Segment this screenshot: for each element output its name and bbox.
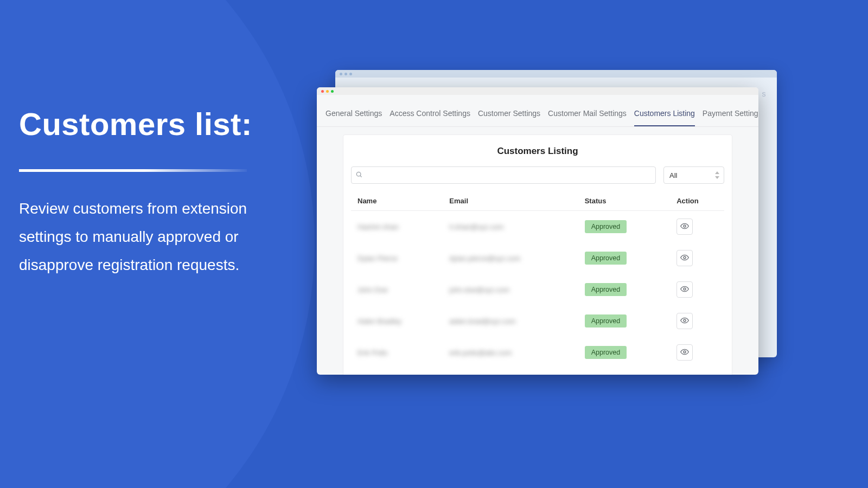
tab-payment-settings[interactable]: Payment Settings xyxy=(703,109,758,126)
window-titlebar xyxy=(317,87,758,95)
customer-name: John Doe xyxy=(358,286,388,294)
back-window-titlebar xyxy=(335,70,777,78)
traffic-light-dot xyxy=(340,73,342,75)
customer-name: Hashim khan xyxy=(358,223,399,231)
col-header-email: Email xyxy=(443,191,578,211)
customer-email: john.doe@xyz.com xyxy=(449,286,509,294)
eye-icon xyxy=(680,253,689,264)
search-wrap xyxy=(351,166,656,184)
svg-point-3 xyxy=(684,256,686,259)
customer-email: dylan.pierce@xyz.com xyxy=(449,254,520,262)
divider xyxy=(19,169,247,172)
promo-title: Customers list: xyxy=(19,106,301,142)
tab-customer-mail-settings[interactable]: Customer Mail Settings xyxy=(548,109,627,126)
settings-tabs: General SettingsAccess Control SettingsC… xyxy=(317,95,758,127)
col-header-name: Name xyxy=(351,191,443,211)
customer-name: Aiden Bradley xyxy=(358,317,401,325)
traffic-light-dot xyxy=(349,73,352,75)
tab-general-settings[interactable]: General Settings xyxy=(326,109,382,126)
table-row: Dylan Piercedylan.pierce@xyz.comApproved xyxy=(351,242,724,274)
svg-point-0 xyxy=(356,172,361,176)
filter-row: All xyxy=(351,166,724,184)
col-header-action: Action xyxy=(670,191,724,211)
back-window-hidden-tab: s xyxy=(762,89,767,98)
status-badge: Approved xyxy=(585,346,627,359)
svg-point-2 xyxy=(684,225,686,227)
col-header-status: Status xyxy=(578,191,671,211)
table-row: John Doejohn.doe@xyz.comApproved xyxy=(351,274,724,305)
status-filter-select[interactable]: All xyxy=(663,166,724,184)
tab-access-control-settings[interactable]: Access Control Settings xyxy=(390,109,470,126)
customer-email: h.khan@xyz.com xyxy=(449,223,503,231)
table-row: Aiden Bradleyaiden.brad@xyz.comApproved xyxy=(351,305,724,337)
status-badge: Approved xyxy=(585,314,627,328)
eye-icon xyxy=(680,285,689,295)
view-button[interactable] xyxy=(676,250,693,266)
view-button[interactable] xyxy=(676,219,693,235)
table-row: Erik Pottserik.potts@abc.comApproved xyxy=(351,337,724,368)
table-header-row: Name Email Status Action xyxy=(351,191,724,211)
customer-name: Erik Potts xyxy=(358,349,388,357)
view-button[interactable] xyxy=(676,344,693,361)
search-input[interactable] xyxy=(351,166,656,184)
card-title: Customers Listing xyxy=(351,146,724,157)
minimize-dot-icon[interactable] xyxy=(326,90,329,93)
view-button[interactable] xyxy=(676,313,693,329)
view-button[interactable] xyxy=(676,281,693,298)
tab-customers-listing[interactable]: Customers Listing xyxy=(634,109,695,126)
eye-icon xyxy=(680,316,689,326)
search-icon xyxy=(355,171,363,181)
close-dot-icon[interactable] xyxy=(321,90,324,93)
svg-line-1 xyxy=(360,176,362,177)
maximize-dot-icon[interactable] xyxy=(331,90,334,93)
table-row: Hashim khanh.khan@xyz.comApproved xyxy=(351,211,724,243)
promo-body: Review customers from extension settings… xyxy=(19,195,301,279)
status-filter-wrap: All xyxy=(663,166,724,184)
status-badge: Approved xyxy=(585,220,627,233)
traffic-light-dot xyxy=(344,73,347,75)
tab-customer-settings[interactable]: Customer Settings xyxy=(478,109,540,126)
svg-point-4 xyxy=(684,288,686,290)
app-window: General SettingsAccess Control SettingsC… xyxy=(317,87,758,375)
svg-point-5 xyxy=(684,319,686,322)
svg-point-6 xyxy=(684,351,686,353)
status-badge: Approved xyxy=(585,283,627,296)
customers-table: Name Email Status Action Hashim khanh.kh… xyxy=(351,191,724,368)
eye-icon xyxy=(680,222,689,232)
customers-listing-card: Customers Listing All xyxy=(343,134,732,375)
eye-icon xyxy=(680,348,689,358)
customer-email: aiden.brad@xyz.com xyxy=(449,317,515,325)
customer-name: Dylan Pierce xyxy=(358,254,398,262)
status-badge: Approved xyxy=(585,252,627,265)
promo-panel: Customers list: Review customers from ex… xyxy=(19,106,301,279)
customer-email: erik.potts@abc.com xyxy=(449,349,512,357)
